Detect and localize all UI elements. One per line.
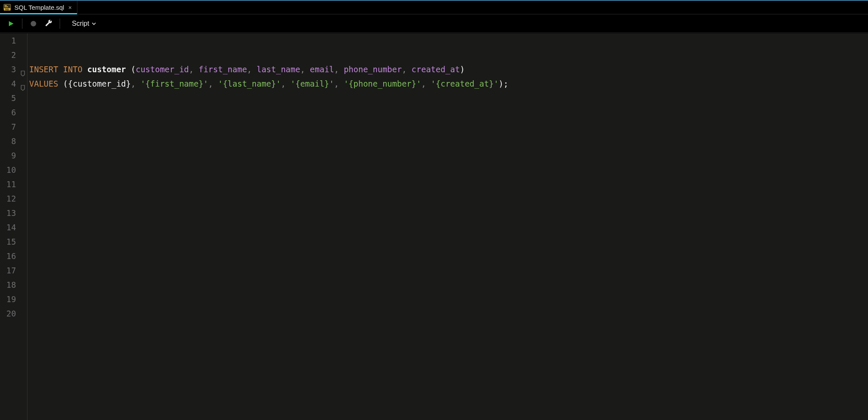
line-number: 19	[0, 292, 16, 306]
code-line[interactable]	[29, 134, 868, 148]
fold-marker-icon[interactable]	[20, 66, 25, 72]
run-mode-label: Script	[72, 20, 89, 27]
code-line[interactable]	[29, 163, 868, 177]
code-area[interactable]: INSERT INTO customer (customer_id, first…	[27, 33, 868, 420]
line-number: 18	[0, 278, 16, 292]
line-number: 6	[0, 105, 16, 120]
code-line[interactable]	[29, 292, 868, 306]
run-button[interactable]	[5, 18, 17, 30]
code-line[interactable]: VALUES ({customer_id}, '{first_name}', '…	[29, 76, 868, 91]
line-number: 4	[0, 76, 16, 91]
chevron-down-icon	[92, 22, 96, 26]
code-line[interactable]	[29, 249, 868, 263]
code-line[interactable]	[29, 191, 868, 206]
code-line[interactable]	[29, 148, 868, 163]
sql-file-icon: SQL	[3, 4, 11, 11]
svg-text:SQL: SQL	[5, 8, 10, 11]
code-line[interactable]: INSERT INTO customer (customer_id, first…	[29, 62, 868, 76]
svg-rect-4	[5, 6, 8, 7]
code-line[interactable]	[29, 91, 868, 105]
line-number: 17	[0, 263, 16, 278]
code-line[interactable]	[29, 33, 868, 48]
code-line[interactable]	[29, 263, 868, 278]
line-number: 11	[0, 177, 16, 191]
line-number: 10	[0, 163, 16, 177]
fold-marker-icon[interactable]	[20, 81, 25, 87]
record-button[interactable]	[27, 18, 39, 30]
line-number: 20	[0, 306, 16, 321]
line-number: 9	[0, 148, 16, 163]
line-number: 3	[0, 62, 16, 76]
line-number: 13	[0, 206, 16, 220]
code-line[interactable]	[29, 220, 868, 235]
line-number-gutter: 1234567891011121314151617181920	[0, 33, 19, 420]
line-number: 2	[0, 48, 16, 62]
circle-icon	[30, 20, 37, 27]
settings-button[interactable]	[43, 18, 55, 30]
svg-marker-5	[9, 21, 14, 26]
code-line[interactable]	[29, 105, 868, 120]
line-number: 7	[0, 120, 16, 134]
code-line[interactable]	[29, 206, 868, 220]
line-number: 1	[0, 33, 16, 48]
toolbar-separator	[22, 19, 22, 29]
fold-gutter	[19, 33, 27, 420]
run-mode-dropdown[interactable]: Script	[69, 18, 99, 29]
code-line[interactable]	[29, 306, 868, 321]
editor-toolbar: Script	[0, 14, 868, 33]
code-line[interactable]	[29, 177, 868, 191]
tab-filename: SQL Template.sql	[14, 4, 64, 11]
wrench-icon	[45, 20, 52, 27]
line-number: 8	[0, 134, 16, 148]
line-number: 15	[0, 235, 16, 249]
code-line[interactable]	[29, 235, 868, 249]
line-number: 12	[0, 191, 16, 206]
svg-point-6	[31, 21, 36, 26]
toolbar-separator	[60, 19, 60, 29]
play-icon	[8, 20, 14, 27]
line-number: 16	[0, 249, 16, 263]
code-line[interactable]	[29, 120, 868, 134]
close-icon[interactable]: ×	[68, 4, 73, 11]
file-tab[interactable]: SQL SQL Template.sql ×	[0, 1, 77, 14]
line-number: 5	[0, 91, 16, 105]
code-editor[interactable]: 1234567891011121314151617181920 INSERT I…	[0, 33, 868, 420]
editor-tabbar: SQL SQL Template.sql ×	[0, 0, 868, 14]
code-line[interactable]	[29, 278, 868, 292]
svg-rect-3	[5, 5, 7, 6]
line-number: 14	[0, 220, 16, 235]
code-line[interactable]	[29, 48, 868, 62]
